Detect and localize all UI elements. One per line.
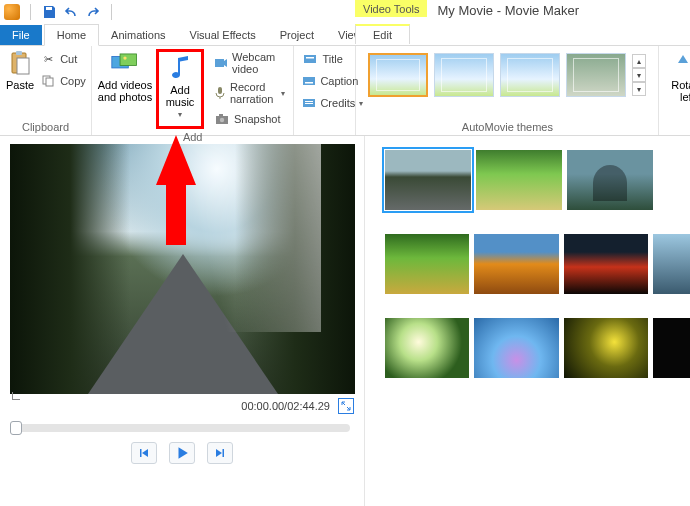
timeline-clip[interactable] <box>567 150 653 210</box>
scissors-icon: ✂ <box>40 51 56 67</box>
timeline-clip[interactable] <box>564 234 648 294</box>
title-icon <box>302 51 318 67</box>
webcam-icon <box>214 55 228 71</box>
seek-thumb[interactable] <box>10 421 22 435</box>
add-music-label: Add music <box>166 84 195 108</box>
timeline-clip[interactable] <box>653 234 690 294</box>
automovie-theme[interactable] <box>566 53 626 97</box>
scroll-down-icon[interactable]: ▾ <box>632 68 646 82</box>
tab-visual-effects[interactable]: Visual Effects <box>178 25 268 45</box>
tab-edit[interactable]: Edit <box>355 24 410 44</box>
svg-rect-19 <box>305 103 313 104</box>
rotate-left-icon <box>673 49 690 77</box>
add-music-button[interactable]: Add music ▾ <box>161 54 199 119</box>
add-videos-button[interactable]: Add videos and photos <box>98 49 152 129</box>
redo-icon[interactable] <box>85 4 101 20</box>
clipboard-icon <box>6 49 34 77</box>
snapshot-label: Snapshot <box>234 113 280 125</box>
camera-icon <box>214 111 230 127</box>
prev-frame-button[interactable] <box>131 442 157 464</box>
svg-rect-12 <box>219 114 223 116</box>
paste-button[interactable]: Paste <box>6 49 34 91</box>
caption-button[interactable]: Caption <box>300 71 349 91</box>
play-button[interactable] <box>169 442 195 464</box>
copy-label: Copy <box>60 75 86 87</box>
timeline-clip[interactable] <box>474 234 558 294</box>
fullscreen-button[interactable] <box>338 398 354 414</box>
svg-rect-8 <box>215 59 224 67</box>
group-themes: AutoMovie themes <box>362 119 652 134</box>
timeline-clip[interactable] <box>385 150 471 210</box>
timeline-clip[interactable] <box>653 318 690 378</box>
group-clipboard: Clipboard <box>6 119 85 134</box>
caption-label: Caption <box>320 75 358 87</box>
cut-label: Cut <box>60 53 77 65</box>
scroll-up-icon[interactable]: ▴ <box>632 54 646 68</box>
svg-rect-15 <box>303 77 315 85</box>
rotate-left-label: Rotate left <box>671 79 690 103</box>
mic-icon <box>214 85 226 101</box>
svg-rect-4 <box>46 78 53 86</box>
svg-rect-2 <box>17 58 29 74</box>
next-frame-button[interactable] <box>207 442 233 464</box>
timeline[interactable] <box>365 136 690 506</box>
svg-point-11 <box>220 118 224 122</box>
svg-rect-14 <box>306 57 314 59</box>
svg-rect-13 <box>304 55 316 63</box>
tab-animations[interactable]: Animations <box>99 25 177 45</box>
svg-rect-18 <box>305 101 313 102</box>
credits-icon <box>302 95 316 111</box>
time-display: 00:00.00/02:44.29 <box>241 400 330 412</box>
music-note-icon <box>166 54 194 82</box>
paste-label: Paste <box>6 79 34 91</box>
caption-icon <box>302 73 316 89</box>
svg-rect-6 <box>120 54 136 66</box>
separator <box>111 4 112 20</box>
expand-icon[interactable]: ▾ <box>632 82 646 96</box>
timeline-clip[interactable] <box>564 318 648 378</box>
timeline-clip[interactable] <box>385 318 469 378</box>
app-logo <box>4 4 20 20</box>
automovie-theme[interactable] <box>500 53 560 97</box>
preview-canvas[interactable] <box>10 144 355 394</box>
undo-icon[interactable] <box>63 4 79 20</box>
automovie-theme[interactable] <box>368 53 428 97</box>
contextual-tab-label: Video Tools <box>355 0 427 17</box>
title-label: Title <box>322 53 342 65</box>
add-videos-label: Add videos and photos <box>98 79 152 103</box>
cut-button[interactable]: ✂Cut <box>38 49 88 69</box>
timeline-clip[interactable] <box>476 150 562 210</box>
chevron-down-icon: ▾ <box>178 110 182 119</box>
tab-project[interactable]: Project <box>268 25 326 45</box>
svg-point-7 <box>123 56 126 59</box>
photos-icon <box>111 49 139 77</box>
tab-file[interactable]: File <box>0 25 42 45</box>
save-icon[interactable] <box>41 4 57 20</box>
svg-rect-1 <box>16 51 22 55</box>
svg-rect-16 <box>305 82 313 84</box>
timeline-clip[interactable] <box>385 234 469 294</box>
timeline-clip[interactable] <box>474 318 558 378</box>
automovie-theme[interactable] <box>434 53 494 97</box>
resize-handle-icon[interactable] <box>12 392 20 400</box>
credits-label: Credits <box>320 97 355 109</box>
webcam-label: Webcam video <box>232 51 285 75</box>
tab-home[interactable]: Home <box>44 24 99 46</box>
copy-icon <box>40 73 56 89</box>
webcam-button[interactable]: Webcam video <box>212 49 287 77</box>
chevron-down-icon: ▾ <box>281 89 285 98</box>
credits-button[interactable]: Credits▾ <box>300 93 349 113</box>
title-button[interactable]: Title <box>300 49 349 69</box>
window-title: My Movie - Movie Maker <box>437 0 579 21</box>
narration-label: Record narration <box>230 81 277 105</box>
seek-slider[interactable] <box>10 424 350 432</box>
narration-button[interactable]: Record narration▾ <box>212 79 287 107</box>
copy-button[interactable]: Copy <box>38 71 88 91</box>
svg-rect-9 <box>218 87 222 94</box>
snapshot-button[interactable]: Snapshot <box>212 109 287 129</box>
separator <box>30 4 31 20</box>
rotate-left-button[interactable]: Rotate left <box>665 49 690 103</box>
